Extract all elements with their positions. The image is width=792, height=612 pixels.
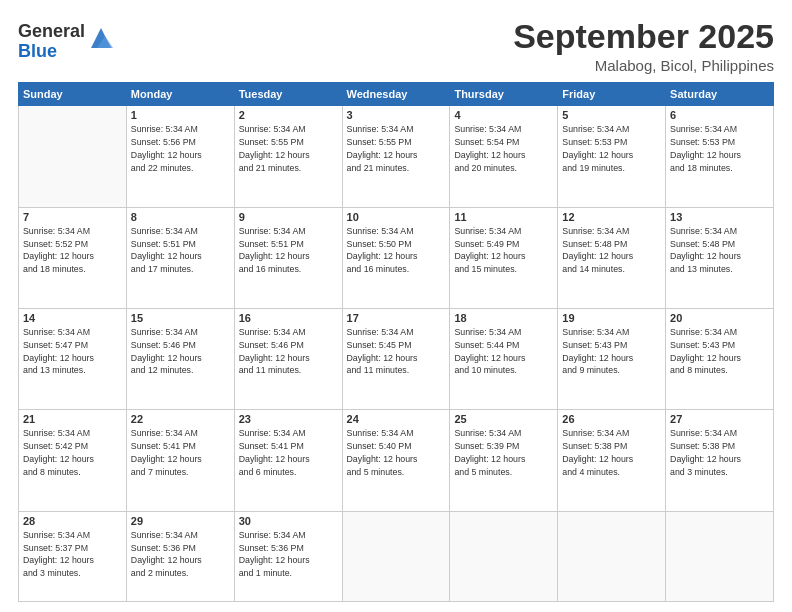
table-row: 6Sunrise: 5:34 AM Sunset: 5:53 PM Daylig… — [666, 106, 774, 207]
table-row: 28Sunrise: 5:34 AM Sunset: 5:37 PM Dayli… — [19, 511, 127, 601]
day-info: Sunrise: 5:34 AM Sunset: 5:48 PM Dayligh… — [562, 225, 661, 276]
page: General Blue September 2025 Malabog, Bic… — [0, 0, 792, 612]
table-row: 12Sunrise: 5:34 AM Sunset: 5:48 PM Dayli… — [558, 207, 666, 308]
table-row: 18Sunrise: 5:34 AM Sunset: 5:44 PM Dayli… — [450, 309, 558, 410]
day-info: Sunrise: 5:34 AM Sunset: 5:43 PM Dayligh… — [670, 326, 769, 377]
day-info: Sunrise: 5:34 AM Sunset: 5:40 PM Dayligh… — [347, 427, 446, 478]
table-row: 4Sunrise: 5:34 AM Sunset: 5:54 PM Daylig… — [450, 106, 558, 207]
table-row: 1Sunrise: 5:34 AM Sunset: 5:56 PM Daylig… — [126, 106, 234, 207]
day-info: Sunrise: 5:34 AM Sunset: 5:37 PM Dayligh… — [23, 529, 122, 580]
month-title: September 2025 — [513, 18, 774, 55]
day-info: Sunrise: 5:34 AM Sunset: 5:48 PM Dayligh… — [670, 225, 769, 276]
day-number: 2 — [239, 109, 338, 121]
table-row — [19, 106, 127, 207]
table-row: 10Sunrise: 5:34 AM Sunset: 5:50 PM Dayli… — [342, 207, 450, 308]
day-info: Sunrise: 5:34 AM Sunset: 5:50 PM Dayligh… — [347, 225, 446, 276]
table-row: 25Sunrise: 5:34 AM Sunset: 5:39 PM Dayli… — [450, 410, 558, 511]
table-row: 13Sunrise: 5:34 AM Sunset: 5:48 PM Dayli… — [666, 207, 774, 308]
day-info: Sunrise: 5:34 AM Sunset: 5:41 PM Dayligh… — [239, 427, 338, 478]
day-info: Sunrise: 5:34 AM Sunset: 5:53 PM Dayligh… — [562, 123, 661, 174]
day-info: Sunrise: 5:34 AM Sunset: 5:46 PM Dayligh… — [239, 326, 338, 377]
header-right: September 2025 Malabog, Bicol, Philippin… — [513, 18, 774, 74]
day-info: Sunrise: 5:34 AM Sunset: 5:56 PM Dayligh… — [131, 123, 230, 174]
day-number: 16 — [239, 312, 338, 324]
logo-blue: Blue — [18, 42, 85, 62]
day-number: 14 — [23, 312, 122, 324]
day-info: Sunrise: 5:34 AM Sunset: 5:53 PM Dayligh… — [670, 123, 769, 174]
table-row — [450, 511, 558, 601]
table-row: 17Sunrise: 5:34 AM Sunset: 5:45 PM Dayli… — [342, 309, 450, 410]
calendar: Sunday Monday Tuesday Wednesday Thursday… — [18, 82, 774, 602]
logo-text: General Blue — [18, 22, 85, 62]
day-info: Sunrise: 5:34 AM Sunset: 5:51 PM Dayligh… — [239, 225, 338, 276]
day-number: 13 — [670, 211, 769, 223]
calendar-header-row: Sunday Monday Tuesday Wednesday Thursday… — [19, 83, 774, 106]
day-number: 9 — [239, 211, 338, 223]
day-info: Sunrise: 5:34 AM Sunset: 5:38 PM Dayligh… — [670, 427, 769, 478]
day-number: 10 — [347, 211, 446, 223]
day-number: 28 — [23, 515, 122, 527]
table-row: 8Sunrise: 5:34 AM Sunset: 5:51 PM Daylig… — [126, 207, 234, 308]
day-info: Sunrise: 5:34 AM Sunset: 5:42 PM Dayligh… — [23, 427, 122, 478]
day-info: Sunrise: 5:34 AM Sunset: 5:52 PM Dayligh… — [23, 225, 122, 276]
day-info: Sunrise: 5:34 AM Sunset: 5:55 PM Dayligh… — [347, 123, 446, 174]
day-number: 19 — [562, 312, 661, 324]
logo-icon — [87, 24, 115, 52]
day-number: 25 — [454, 413, 553, 425]
table-row — [666, 511, 774, 601]
day-info: Sunrise: 5:34 AM Sunset: 5:41 PM Dayligh… — [131, 427, 230, 478]
table-row: 9Sunrise: 5:34 AM Sunset: 5:51 PM Daylig… — [234, 207, 342, 308]
table-row: 26Sunrise: 5:34 AM Sunset: 5:38 PM Dayli… — [558, 410, 666, 511]
day-number: 8 — [131, 211, 230, 223]
day-number: 7 — [23, 211, 122, 223]
table-row: 15Sunrise: 5:34 AM Sunset: 5:46 PM Dayli… — [126, 309, 234, 410]
day-number: 23 — [239, 413, 338, 425]
table-row: 5Sunrise: 5:34 AM Sunset: 5:53 PM Daylig… — [558, 106, 666, 207]
top-section: General Blue September 2025 Malabog, Bic… — [18, 18, 774, 74]
day-info: Sunrise: 5:34 AM Sunset: 5:54 PM Dayligh… — [454, 123, 553, 174]
day-number: 20 — [670, 312, 769, 324]
table-row: 16Sunrise: 5:34 AM Sunset: 5:46 PM Dayli… — [234, 309, 342, 410]
col-tuesday: Tuesday — [234, 83, 342, 106]
day-info: Sunrise: 5:34 AM Sunset: 5:39 PM Dayligh… — [454, 427, 553, 478]
day-number: 1 — [131, 109, 230, 121]
table-row — [558, 511, 666, 601]
col-monday: Monday — [126, 83, 234, 106]
table-row: 23Sunrise: 5:34 AM Sunset: 5:41 PM Dayli… — [234, 410, 342, 511]
table-row: 19Sunrise: 5:34 AM Sunset: 5:43 PM Dayli… — [558, 309, 666, 410]
day-number: 11 — [454, 211, 553, 223]
day-info: Sunrise: 5:34 AM Sunset: 5:44 PM Dayligh… — [454, 326, 553, 377]
day-number: 12 — [562, 211, 661, 223]
table-row: 22Sunrise: 5:34 AM Sunset: 5:41 PM Dayli… — [126, 410, 234, 511]
col-wednesday: Wednesday — [342, 83, 450, 106]
table-row: 3Sunrise: 5:34 AM Sunset: 5:55 PM Daylig… — [342, 106, 450, 207]
logo-general: General — [18, 22, 85, 42]
day-number: 26 — [562, 413, 661, 425]
table-row: 11Sunrise: 5:34 AM Sunset: 5:49 PM Dayli… — [450, 207, 558, 308]
day-info: Sunrise: 5:34 AM Sunset: 5:55 PM Dayligh… — [239, 123, 338, 174]
table-row: 29Sunrise: 5:34 AM Sunset: 5:36 PM Dayli… — [126, 511, 234, 601]
day-number: 17 — [347, 312, 446, 324]
day-number: 24 — [347, 413, 446, 425]
table-row — [342, 511, 450, 601]
table-row: 7Sunrise: 5:34 AM Sunset: 5:52 PM Daylig… — [19, 207, 127, 308]
day-info: Sunrise: 5:34 AM Sunset: 5:51 PM Dayligh… — [131, 225, 230, 276]
day-number: 21 — [23, 413, 122, 425]
table-row: 20Sunrise: 5:34 AM Sunset: 5:43 PM Dayli… — [666, 309, 774, 410]
logo: General Blue — [18, 22, 115, 62]
col-sunday: Sunday — [19, 83, 127, 106]
day-number: 4 — [454, 109, 553, 121]
day-info: Sunrise: 5:34 AM Sunset: 5:45 PM Dayligh… — [347, 326, 446, 377]
day-number: 22 — [131, 413, 230, 425]
col-thursday: Thursday — [450, 83, 558, 106]
day-number: 30 — [239, 515, 338, 527]
day-info: Sunrise: 5:34 AM Sunset: 5:49 PM Dayligh… — [454, 225, 553, 276]
table-row: 2Sunrise: 5:34 AM Sunset: 5:55 PM Daylig… — [234, 106, 342, 207]
day-number: 6 — [670, 109, 769, 121]
day-info: Sunrise: 5:34 AM Sunset: 5:46 PM Dayligh… — [131, 326, 230, 377]
day-number: 29 — [131, 515, 230, 527]
col-friday: Friday — [558, 83, 666, 106]
day-number: 15 — [131, 312, 230, 324]
location: Malabog, Bicol, Philippines — [513, 57, 774, 74]
day-info: Sunrise: 5:34 AM Sunset: 5:47 PM Dayligh… — [23, 326, 122, 377]
